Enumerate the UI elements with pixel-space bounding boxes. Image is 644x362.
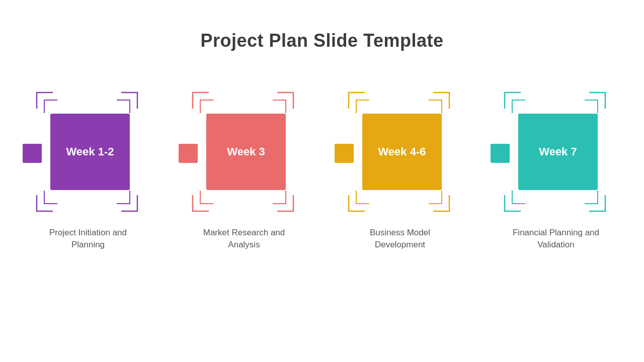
card-1: Week 1-2Project Initiation and Planning <box>23 92 153 251</box>
card-3: Week 4-6Business Model Development <box>335 92 465 251</box>
cards-container: Week 1-2Project Initiation and PlanningW… <box>23 92 621 251</box>
side-square-1 <box>23 144 42 163</box>
main-square-2: Week 3 <box>206 114 286 190</box>
side-square-3 <box>335 144 354 163</box>
main-square-3: Week 4-6 <box>362 114 442 190</box>
main-square-4: Week 7 <box>518 114 598 190</box>
side-square-2 <box>179 144 198 163</box>
week-label-2: Week 3 <box>227 145 265 158</box>
main-square-1: Week 1-2 <box>50 114 130 190</box>
week-label-3: Week 4-6 <box>378 145 426 158</box>
week-label-4: Week 7 <box>539 145 577 158</box>
card-description-1: Project Initiation and Planning <box>33 227 143 251</box>
card-2: Week 3Market Research and Analysis <box>179 92 309 251</box>
card-description-2: Market Research and Analysis <box>189 227 299 251</box>
week-label-1: Week 1-2 <box>66 145 114 158</box>
card-description-4: Financial Planning and Validation <box>501 227 611 251</box>
side-square-4 <box>491 144 510 163</box>
page-title: Project Plan Slide Template <box>201 30 444 51</box>
card-4: Week 7Financial Planning and Validation <box>491 92 621 251</box>
card-description-3: Business Model Development <box>345 227 455 251</box>
